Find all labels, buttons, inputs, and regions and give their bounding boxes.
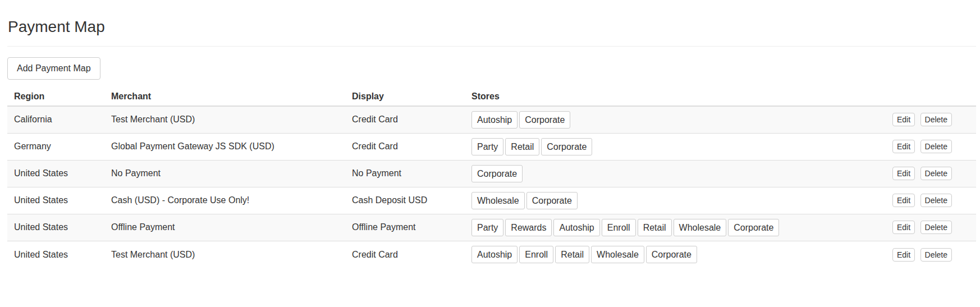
payment-map-page: Payment Map Add Payment Map Region Merch…: [0, 0, 980, 307]
merchant-cell: Test Merchant (USD): [104, 106, 345, 134]
column-header-stores: Stores: [465, 89, 864, 106]
merchant-cell: Offline Payment: [104, 214, 345, 241]
actions-cell: Edit Delete: [864, 214, 976, 241]
actions-cell: Edit Delete: [864, 241, 976, 268]
merchant-cell: Cash (USD) - Corporate Use Only!: [104, 187, 345, 214]
stores-cell: AutoshipEnrollRetailWholesaleCorporate: [465, 241, 864, 268]
region-cell: United States: [7, 214, 104, 241]
display-cell: Offline Payment: [345, 214, 465, 241]
delete-button[interactable]: Delete: [921, 221, 952, 234]
stores-cell: Corporate: [465, 160, 864, 187]
store-badge: Autoship: [471, 111, 518, 129]
edit-button[interactable]: Edit: [892, 248, 915, 262]
add-payment-map-button[interactable]: Add Payment Map: [7, 57, 100, 80]
delete-button[interactable]: Delete: [921, 113, 952, 126]
delete-button[interactable]: Delete: [921, 167, 952, 180]
store-badge: Retail: [555, 246, 589, 263]
delete-button[interactable]: Delete: [921, 140, 952, 153]
region-cell: United States: [7, 187, 104, 214]
store-badge: Autoship: [553, 219, 599, 236]
delete-button[interactable]: Delete: [921, 248, 952, 262]
store-badge: Enroll: [519, 246, 553, 263]
table-row: United States Test Merchant (USD) Credit…: [7, 241, 976, 268]
table-row: Germany Global Payment Gateway JS SDK (U…: [7, 133, 976, 160]
table-body: California Test Merchant (USD) Credit Ca…: [7, 106, 976, 268]
edit-button[interactable]: Edit: [892, 113, 915, 126]
store-badge: Corporate: [471, 165, 523, 182]
edit-button[interactable]: Edit: [892, 140, 915, 153]
stores-cell: PartyRetailCorporate: [465, 133, 864, 160]
region-cell: Germany: [7, 133, 104, 160]
table-row: California Test Merchant (USD) Credit Ca…: [7, 106, 976, 134]
edit-button[interactable]: Edit: [892, 221, 915, 234]
display-cell: No Payment: [345, 160, 465, 187]
table-row: United States No Payment No Payment Corp…: [7, 160, 976, 187]
actions-cell: Edit Delete: [864, 133, 976, 160]
table-header-row: Region Merchant Display Stores: [7, 89, 976, 106]
edit-button[interactable]: Edit: [892, 167, 915, 180]
column-header-merchant: Merchant: [104, 89, 345, 106]
title-divider: [7, 46, 976, 47]
display-cell: Cash Deposit USD: [345, 187, 465, 214]
merchant-cell: Test Merchant (USD): [104, 241, 345, 268]
store-badge: Corporate: [646, 246, 697, 263]
store-badge: Corporate: [526, 192, 578, 209]
actions-cell: Edit Delete: [864, 187, 976, 214]
stores-cell: WholesaleCorporate: [465, 187, 864, 214]
store-badge: Party: [471, 219, 503, 236]
table-row: United States Offline Payment Offline Pa…: [7, 214, 976, 241]
actions-cell: Edit Delete: [864, 106, 976, 134]
store-badge: Wholesale: [674, 219, 727, 236]
store-badge: Rewards: [505, 219, 552, 236]
stores-cell: AutoshipCorporate: [465, 106, 864, 134]
region-cell: United States: [7, 160, 104, 187]
payment-map-table: Region Merchant Display Stores Californi…: [7, 89, 976, 268]
store-badge: Retail: [638, 219, 672, 236]
region-cell: California: [7, 106, 104, 134]
store-badge: Autoship: [471, 246, 518, 263]
merchant-cell: No Payment: [104, 160, 345, 187]
store-badge: Wholesale: [471, 192, 525, 209]
delete-button[interactable]: Delete: [921, 194, 952, 207]
store-badge: Corporate: [728, 219, 779, 236]
display-cell: Credit Card: [345, 241, 465, 268]
merchant-cell: Global Payment Gateway JS SDK (USD): [104, 133, 345, 160]
stores-cell: PartyRewardsAutoshipEnrollRetailWholesal…: [465, 214, 864, 241]
store-badge: Corporate: [541, 138, 592, 155]
display-cell: Credit Card: [345, 133, 465, 160]
region-cell: United States: [7, 241, 104, 268]
store-badge: Wholesale: [591, 246, 644, 263]
actions-cell: Edit Delete: [864, 160, 976, 187]
column-header-actions: [864, 89, 976, 106]
store-badge: Corporate: [519, 111, 570, 129]
column-header-region: Region: [7, 89, 104, 106]
edit-button[interactable]: Edit: [892, 194, 915, 207]
column-header-display: Display: [345, 89, 465, 106]
store-badge: Enroll: [602, 219, 636, 236]
store-badge: Retail: [505, 138, 539, 155]
store-badge: Party: [471, 138, 503, 155]
table-row: United States Cash (USD) - Corporate Use…: [7, 187, 976, 214]
page-title: Payment Map: [8, 19, 976, 36]
display-cell: Credit Card: [345, 106, 465, 134]
